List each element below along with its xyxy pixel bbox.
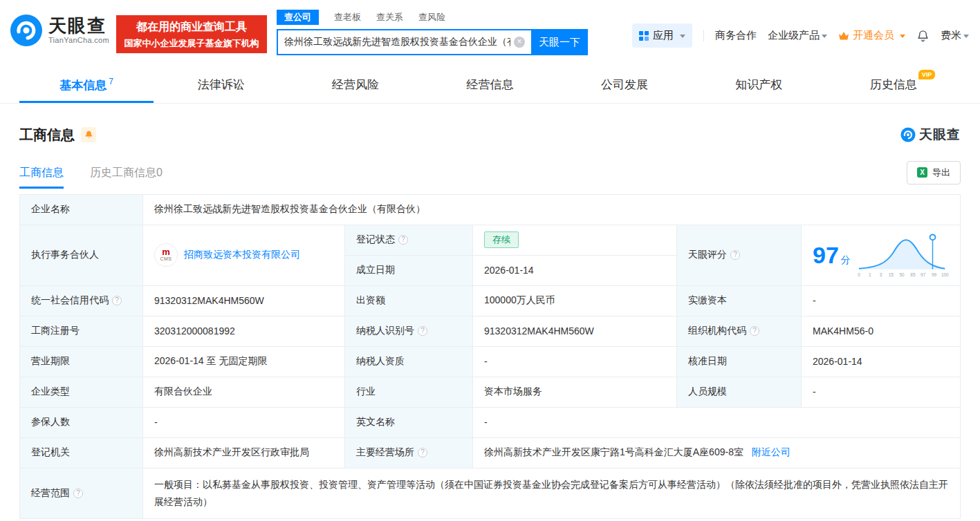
tab-label: 知识产权 <box>735 78 782 91</box>
help-icon[interactable]: ? <box>112 296 122 305</box>
field-label-business-term: 营业期限 <box>20 346 143 377</box>
excel-icon: X <box>917 167 927 178</box>
score-value: 97分 <box>813 243 851 267</box>
field-value-staff-size: - <box>802 377 961 407</box>
field-label-registry: 登记机关 <box>20 437 143 468</box>
score-axis-tick: 0 <box>858 272 860 277</box>
field-label-status: 登记状态? <box>345 225 473 255</box>
vip-badge: VIP <box>918 70 936 79</box>
menu-cooperation[interactable]: 商务合作 <box>715 29 757 42</box>
apps-button[interactable]: 应用 <box>632 23 692 48</box>
help-icon[interactable]: ? <box>730 250 740 260</box>
field-label-text: 统一社会信用代码 <box>31 294 109 305</box>
score-axis-tick: 3 <box>880 272 882 277</box>
table-row: 执行事务合伙人 m CMS 招商致远资本投资有限公司 登记状态? 存续 <box>20 225 961 255</box>
field-label-text: 组织机构代码 <box>688 325 746 336</box>
table-row: 参保人数 - 英文名称 - <box>20 407 961 437</box>
brand-name: 天眼查 <box>48 17 109 35</box>
top-menu: 应用 商务合作 企业级产品 开通会员 费米 <box>632 23 969 48</box>
table-row: 统一社会信用代码? 91320312MAK4HM560W 出资额 100000万… <box>20 285 961 316</box>
score-marker-icon <box>930 235 935 240</box>
chevron-down-icon <box>822 35 827 41</box>
section-header: 工商信息 天眼查 <box>19 126 961 144</box>
search-tab-boss[interactable]: 查老板 <box>334 11 361 23</box>
tab-label: 法律诉讼 <box>198 78 245 91</box>
field-label-reg-number: 工商注册号 <box>20 316 143 346</box>
tab-label: 基本信息 <box>59 79 107 92</box>
score-unit: 分 <box>841 254 851 265</box>
banner-line2: 国家中小企业发展子基金旗下机构 <box>122 36 261 50</box>
field-label-text: 天眼评分 <box>688 249 727 260</box>
partner-company-link[interactable]: 招商致远资本投资有限公司 <box>184 249 300 261</box>
field-value-paid-capital: - <box>802 285 961 316</box>
field-label-partner: 执行事务合伙人 <box>20 225 143 285</box>
logo-text: 天眼查 TianYanCha.com <box>48 17 109 44</box>
search-tabs: 查公司 查老板 查关系 查风险 <box>277 10 588 25</box>
score-distribution-chart: 0 1 3 15 50 85 97 99 100 <box>856 231 949 278</box>
notification-bell-icon[interactable] <box>916 29 930 43</box>
field-value-reg-number: 320312000081992 <box>143 316 345 346</box>
tab-basic-info[interactable]: 基本信息7 <box>19 68 154 103</box>
field-value-insured-count: - <box>143 407 345 437</box>
tab-legal-litigation[interactable]: 法律诉讼 <box>154 68 288 103</box>
section-title: 工商信息 <box>19 126 75 144</box>
field-label-text: 经营范围 <box>31 487 70 498</box>
search-button[interactable]: 天眼一下 <box>531 29 588 55</box>
clear-search-icon[interactable]: × <box>514 37 525 48</box>
apps-label: 应用 <box>653 29 674 42</box>
search-input[interactable] <box>277 29 531 55</box>
tab-label: 经营风险 <box>332 78 379 91</box>
menu-open-vip[interactable]: 开通会员 <box>838 29 905 42</box>
field-label-org-code: 组织机构代码? <box>677 316 802 346</box>
help-icon[interactable]: ? <box>398 235 408 245</box>
field-value-taxpayer-quality: - <box>473 346 677 377</box>
user-menu[interactable]: 费米 <box>941 29 969 42</box>
table-row: 工商注册号 320312000081992 纳税人识别号? 91320312MA… <box>20 316 961 346</box>
tab-operational-risk[interactable]: 经营风险 <box>288 68 423 103</box>
tianyancha-logo-icon <box>900 127 916 142</box>
chevron-down-icon <box>680 35 685 41</box>
tab-label: 公司发展 <box>601 78 648 91</box>
help-icon[interactable]: ? <box>73 489 83 498</box>
field-value-company-type: 有限合伙企业 <box>143 377 345 407</box>
main-content: 工商信息 天眼查 工商信息 历史工商信息0 X 导出 企业 <box>0 126 980 519</box>
search-tab-relation[interactable]: 查关系 <box>376 11 403 23</box>
help-icon[interactable]: ? <box>418 448 427 457</box>
help-icon[interactable]: ? <box>418 326 427 336</box>
field-value-capital: 100000万人民币 <box>473 285 677 316</box>
field-label-insured-count: 参保人数 <box>20 407 143 437</box>
tab-history-info[interactable]: 历史信息 VIP <box>826 68 961 103</box>
tianyancha-logo[interactable]: 天眼查 TianYanCha.com <box>10 14 109 47</box>
search-box: × <box>277 29 531 55</box>
table-row: 营业期限 2026-01-14 至 无固定期限 纳税人资质 - 核准日期 202… <box>20 346 961 377</box>
divider <box>703 30 704 41</box>
partner-company-logo: m CMS <box>154 243 178 267</box>
crown-icon <box>838 31 849 41</box>
field-label-company-name: 企业名称 <box>20 194 143 225</box>
search-tab-risk[interactable]: 查风险 <box>418 11 445 23</box>
banner-line1: 都在用的商业查询工具 <box>122 18 261 36</box>
subtab-history-business-info[interactable]: 历史工商信息0 <box>90 166 163 189</box>
search-tab-company[interactable]: 查公司 <box>277 10 319 25</box>
tab-business-info[interactable]: 经营信息 <box>423 68 557 103</box>
tab-company-development[interactable]: 公司发展 <box>557 68 692 103</box>
status-badge: 存续 <box>484 231 519 248</box>
field-label-staff-size: 人员规模 <box>677 377 802 407</box>
subscribe-bell-icon[interactable] <box>81 127 96 142</box>
company-nav-tabs: 基本信息7 法律诉讼 经营风险 经营信息 公司发展 知识产权 历史信息 VIP <box>0 68 980 104</box>
export-button[interactable]: X 导出 <box>907 161 961 184</box>
address-text: 徐州高新技术产业开发区康宁路1号高科金汇大厦A座609-8室 <box>484 446 743 457</box>
nearby-companies-link[interactable]: 附近公司 <box>752 446 791 457</box>
search-area: 查公司 查老板 查关系 查风险 × 天眼一下 <box>277 10 588 55</box>
help-icon[interactable]: ? <box>750 326 759 336</box>
field-value-registry: 徐州高新技术产业开发区行政审批局 <box>143 437 345 468</box>
menu-enterprise-products[interactable]: 企业级产品 <box>768 29 827 42</box>
tab-intellectual-property[interactable]: 知识产权 <box>692 68 826 103</box>
export-label: 导出 <box>932 167 950 179</box>
apps-grid-icon <box>639 31 649 41</box>
field-label-approval-date: 核准日期 <box>677 346 802 377</box>
table-row: 经营范围? 一般项目：以私募基金从事股权投资、投资管理、资产管理等活动（须在中国… <box>20 468 961 518</box>
subtab-business-info[interactable]: 工商信息 <box>19 166 64 189</box>
corner-logo-text: 天眼查 <box>919 126 961 144</box>
partner-logo-text: CMS <box>160 256 172 262</box>
